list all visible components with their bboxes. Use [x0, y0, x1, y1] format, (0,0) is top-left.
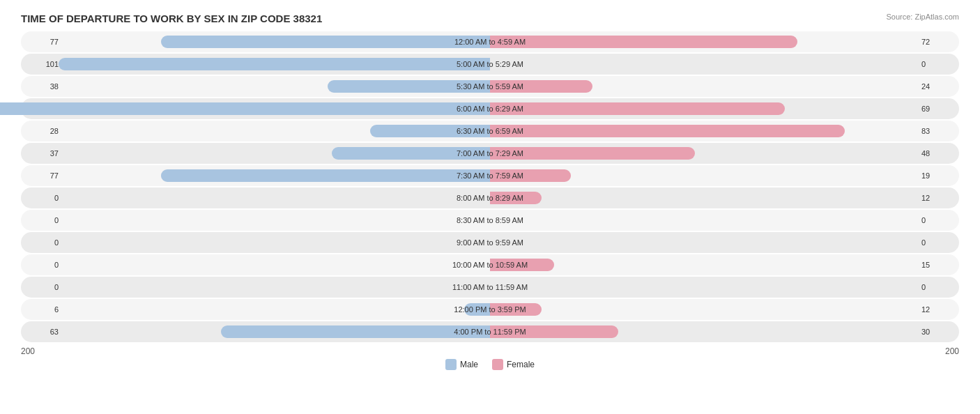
value-left: 0 — [21, 238, 63, 247]
legend-female-label: Female — [507, 360, 535, 369]
chart-row: 38 5:30 AM to 5:59 AM 24 — [21, 76, 959, 97]
time-label: 7:30 AM to 7:59 AM — [457, 171, 523, 180]
value-left: 0 — [21, 261, 63, 269]
value-left: 6 — [21, 305, 63, 314]
chart-container: TIME OF DEPARTURE TO WORK BY SEX IN ZIP … — [0, 0, 980, 414]
bar-section: 6:00 AM to 6:29 AM — [63, 98, 917, 119]
value-right: 19 — [917, 171, 959, 180]
bar-section: 5:00 AM to 5:29 AM — [63, 54, 917, 75]
male-bar — [59, 58, 490, 70]
legend-male: Male — [445, 359, 478, 370]
chart-row: 165 6:00 AM to 6:29 AM 69 — [21, 98, 959, 119]
time-label: 7:00 AM to 7:29 AM — [457, 149, 523, 158]
male-bar — [161, 36, 490, 48]
female-bar — [490, 36, 797, 48]
value-left: 0 — [21, 283, 63, 291]
male-bar — [161, 169, 490, 182]
bar-section: 9:00 AM to 9:59 AM — [63, 232, 917, 253]
axis-labels: 200 200 — [21, 346, 959, 356]
time-label: 12:00 AM to 4:59 AM — [454, 38, 526, 46]
axis-right: 200 — [945, 346, 959, 356]
value-left: 37 — [21, 149, 63, 158]
value-left: 63 — [21, 328, 63, 336]
value-left: 0 — [21, 216, 63, 224]
value-right: 48 — [917, 149, 959, 158]
time-label: 6:30 AM to 6:59 AM — [457, 127, 523, 135]
chart-title: TIME OF DEPARTURE TO WORK BY SEX IN ZIP … — [21, 13, 959, 24]
female-bar — [490, 102, 785, 115]
value-right: 0 — [917, 60, 959, 68]
value-right: 12 — [917, 305, 959, 314]
bar-section: 5:30 AM to 5:59 AM — [63, 76, 917, 97]
chart-row: 0 9:00 AM to 9:59 AM 0 — [21, 232, 959, 253]
time-label: 4:00 PM to 11:59 PM — [454, 328, 526, 336]
legend-male-label: Male — [460, 360, 478, 369]
chart-row: 37 7:00 AM to 7:29 AM 48 — [21, 143, 959, 164]
chart-row: 0 10:00 AM to 10:59 AM 15 — [21, 254, 959, 275]
time-label: 10:00 AM to 10:59 AM — [452, 261, 528, 269]
legend-female: Female — [492, 359, 535, 370]
source-text: Source: ZipAtlas.com — [886, 13, 959, 21]
value-right: 12 — [917, 194, 959, 202]
value-right: 69 — [917, 105, 959, 113]
chart-row: 77 12:00 AM to 4:59 AM 72 — [21, 31, 959, 52]
value-right: 0 — [917, 238, 959, 247]
chart-row: 77 7:30 AM to 7:59 AM 19 — [21, 165, 959, 186]
bar-section: 7:30 AM to 7:59 AM — [63, 165, 917, 186]
value-right: 83 — [917, 127, 959, 135]
legend-male-box — [445, 359, 457, 370]
bar-section: 8:00 AM to 8:29 AM — [63, 187, 917, 208]
bar-section: 11:00 AM to 11:59 AM — [63, 277, 917, 298]
time-label: 8:30 AM to 8:59 AM — [457, 216, 523, 224]
bar-section: 7:00 AM to 7:29 AM — [63, 143, 917, 164]
value-right: 0 — [917, 283, 959, 291]
time-label: 6:00 AM to 6:29 AM — [457, 105, 523, 113]
time-label: 11:00 AM to 11:59 AM — [452, 283, 528, 291]
male-bar — [221, 325, 490, 338]
axis-left: 200 — [21, 346, 35, 356]
value-left: 38 — [21, 82, 63, 91]
time-label: 5:00 AM to 5:29 AM — [457, 60, 523, 68]
time-label: 9:00 AM to 9:59 AM — [457, 238, 523, 247]
value-right: 30 — [917, 328, 959, 336]
bar-section: 8:30 AM to 8:59 AM — [63, 210, 917, 231]
value-right: 24 — [917, 82, 959, 91]
value-left: 77 — [21, 38, 63, 46]
value-right: 0 — [917, 216, 959, 224]
chart-row: 0 11:00 AM to 11:59 AM 0 — [21, 277, 959, 298]
chart-area: 77 12:00 AM to 4:59 AM 72 101 5:00 AM to… — [21, 31, 959, 342]
chart-row: 101 5:00 AM to 5:29 AM 0 — [21, 54, 959, 75]
value-right: 15 — [917, 261, 959, 269]
bar-section: 12:00 PM to 3:59 PM — [63, 299, 917, 320]
bar-section: 10:00 AM to 10:59 AM — [63, 254, 917, 275]
value-right: 72 — [917, 38, 959, 46]
time-label: 5:30 AM to 5:59 AM — [457, 82, 523, 91]
time-label: 8:00 AM to 8:29 AM — [457, 194, 523, 202]
chart-row: 63 4:00 PM to 11:59 PM 30 — [21, 321, 959, 342]
bar-section: 12:00 AM to 4:59 AM — [63, 31, 917, 52]
female-bar — [490, 125, 845, 137]
chart-row: 0 8:30 AM to 8:59 AM 0 — [21, 210, 959, 231]
legend-female-box — [492, 359, 503, 370]
bar-section: 4:00 PM to 11:59 PM — [63, 321, 917, 342]
value-left: 77 — [21, 171, 63, 180]
time-label: 12:00 PM to 3:59 PM — [454, 305, 526, 314]
value-left: 0 — [21, 194, 63, 202]
legend: Male Female — [21, 359, 959, 370]
value-left: 28 — [21, 127, 63, 135]
chart-row: 0 8:00 AM to 8:29 AM 12 — [21, 187, 959, 208]
male-bar — [0, 102, 490, 115]
chart-row: 28 6:30 AM to 6:59 AM 83 — [21, 121, 959, 141]
chart-row: 6 12:00 PM to 3:59 PM 12 — [21, 299, 959, 320]
bar-section: 6:30 AM to 6:59 AM — [63, 121, 917, 141]
value-left: 101 — [21, 60, 63, 68]
